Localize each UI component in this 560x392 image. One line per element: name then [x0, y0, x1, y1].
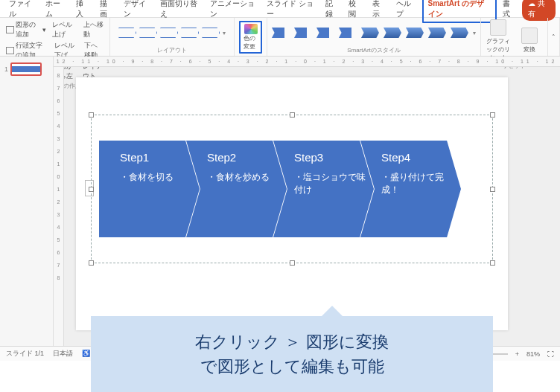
- canvas-area: 16 · 15 · 14 · 13 · 12 · 11 · 10 · 9 · 8…: [54, 57, 560, 346]
- style-thumb[interactable]: [294, 28, 312, 38]
- change-colors-button[interactable]: 色の変更: [239, 21, 262, 54]
- layout-thumb[interactable]: [181, 28, 199, 38]
- group-layout: ▾ レイアウト: [110, 18, 235, 56]
- ribbon-tabs: ファイル ホーム 挿入 描画 デザイン 画面切り替え アニメーション スライド …: [0, 0, 560, 18]
- group-layout-label: レイアウト: [115, 46, 230, 54]
- style-thumb[interactable]: [339, 28, 357, 38]
- reset-icon: [490, 19, 506, 36]
- chevron-up-icon: ˄: [552, 33, 556, 41]
- add-shape-button[interactable]: 図形の追加 ▾ レベル上げ 上へ移動: [4, 19, 105, 40]
- group-create-graphic: 図形の追加 ▾ レベル上げ 上へ移動 行頭文字の追加 レベル下げ 下へ移動 テキ…: [0, 18, 110, 56]
- chevron-step[interactable]: Step4・盛り付けて完成！: [360, 141, 461, 237]
- ruler-vertical: 87654321012345678: [54, 67, 64, 346]
- layout-thumb[interactable]: [160, 28, 178, 38]
- smartart-selection[interactable]: Step1・食材を切るStep2・食材を炒めるStep3・塩コショウで味付けSt…: [91, 115, 493, 263]
- zoom-in-button[interactable]: +: [515, 350, 519, 358]
- reset-graphic-button[interactable]: グラフィックのリセット: [484, 19, 512, 62]
- workspace: 1 16 · 15 · 14 · 13 · 12 · 11 · 10 · 9 ·…: [0, 57, 560, 346]
- zoom-level[interactable]: 81%: [526, 350, 540, 358]
- style-thumb[interactable]: [361, 28, 379, 38]
- slide-thumbnail-1[interactable]: [10, 62, 42, 76]
- resize-handle[interactable]: [490, 112, 495, 118]
- fit-to-window-icon[interactable]: ⛶: [547, 350, 554, 358]
- style-thumb[interactable]: [406, 28, 424, 38]
- step-body: ・塩コショウで味付け: [294, 171, 366, 196]
- resize-handle[interactable]: [490, 260, 495, 266]
- step-body: ・食材を切る: [120, 171, 192, 184]
- step-title: Step2: [207, 151, 279, 164]
- group-change-colors: 色の変更: [235, 18, 267, 56]
- resize-handle[interactable]: [89, 187, 94, 192]
- layout-thumb[interactable]: [118, 28, 136, 38]
- group-style-label: SmartArtのスタイル: [272, 46, 476, 54]
- step-title: Step3: [294, 151, 366, 164]
- style-thumb[interactable]: [384, 28, 401, 38]
- convert-button[interactable]: 変換: [515, 28, 544, 54]
- slide-canvas[interactable]: ‹ Step1・食材を切るStep2・食材を炒めるStep3・塩コショウで味付け…: [76, 77, 508, 330]
- layout-more-icon[interactable]: ▾: [223, 30, 226, 36]
- chevron-step[interactable]: Step1・食材を切る: [99, 141, 200, 237]
- slide-thumbnails: 1: [0, 57, 54, 346]
- style-thumb[interactable]: [272, 28, 290, 38]
- resize-handle[interactable]: [89, 112, 94, 118]
- smartart-chevron-process[interactable]: Step1・食材を切るStep2・食材を炒めるStep3・塩コショウで味付けSt…: [99, 141, 461, 237]
- style-thumb[interactable]: [316, 28, 334, 38]
- resize-handle[interactable]: [290, 260, 295, 266]
- convert-icon: [521, 28, 538, 44]
- ruler-horizontal: 16 · 15 · 14 · 13 · 12 · 11 · 10 · 9 · 8…: [54, 57, 560, 67]
- ribbon: 図形の追加 ▾ レベル上げ 上へ移動 行頭文字の追加 レベル下げ 下へ移動 テキ…: [0, 18, 560, 57]
- resize-handle[interactable]: [490, 187, 495, 192]
- color-wheel-icon: [244, 24, 258, 34]
- styles-more-icon[interactable]: ▾: [473, 30, 476, 36]
- annotation-callout: 右クリック ＞ 図形に変換 で図形として編集も可能: [91, 316, 493, 392]
- step-body: ・食材を炒める: [207, 171, 279, 184]
- chevron-step[interactable]: Step2・食材を炒める: [186, 141, 287, 237]
- group-smartart-styles: ▾ SmartArtのスタイル: [267, 18, 481, 56]
- chevron-step[interactable]: Step3・塩コショウで味付け: [273, 141, 374, 237]
- step-title: Step4: [381, 151, 454, 164]
- resize-handle[interactable]: [89, 260, 94, 266]
- thumb-number: 1: [4, 65, 8, 73]
- callout-line-2: で図形として編集も可能: [112, 354, 472, 379]
- style-thumb[interactable]: [428, 28, 446, 38]
- layout-thumb[interactable]: [139, 28, 157, 38]
- language-indicator[interactable]: 日本語: [53, 349, 73, 359]
- share-label: 共有: [528, 0, 545, 18]
- slide-counter: スライド 1/1: [6, 349, 44, 359]
- group-reset: グラフィックのリセット 変換 リセット: [481, 18, 548, 56]
- step-body: ・盛り付けて完成！: [381, 171, 454, 196]
- resize-handle[interactable]: [290, 112, 295, 118]
- ribbon-collapse[interactable]: ˄: [548, 18, 560, 56]
- callout-line-1: 右クリック ＞ 図形に変換: [112, 330, 472, 354]
- step-title: Step1: [120, 151, 192, 164]
- layout-thumb[interactable]: [202, 28, 220, 38]
- style-thumb[interactable]: [451, 28, 468, 38]
